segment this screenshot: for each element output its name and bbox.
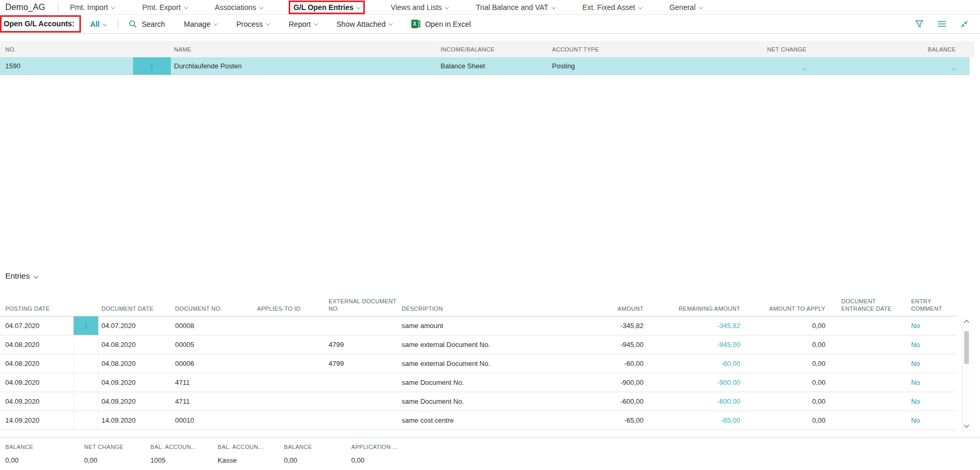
open-in-excel-button[interactable]: X Open in Excel xyxy=(411,19,471,28)
scroll-up-icon[interactable] xyxy=(964,320,969,325)
account-row-selected[interactable]: 1590 ⋮ Durchlaufende Posten Balance Shee… xyxy=(0,57,969,75)
column-header-no[interactable]: NO. xyxy=(5,46,133,53)
process-menu[interactable]: Process xyxy=(236,20,270,28)
row-handle[interactable]: ⋮ xyxy=(133,57,171,75)
ellipsis-icon: ⋮ xyxy=(83,322,89,329)
amount-to-apply-cell: 0,00 xyxy=(740,397,825,405)
remaining-amount-link[interactable]: -60,00 xyxy=(644,360,740,367)
chevron-down-icon xyxy=(111,5,115,9)
column-header-name[interactable]: NAME xyxy=(171,46,441,53)
nav-item-pmt-export[interactable]: Pmt. Export xyxy=(142,3,187,12)
entries-section-toggle[interactable]: Entries xyxy=(5,271,38,280)
entry-comment-link[interactable]: No xyxy=(907,341,952,349)
entry-comment-link[interactable]: No xyxy=(907,360,952,367)
column-header-posting-date[interactable]: POSTING DATE xyxy=(5,305,74,312)
remaining-amount-link[interactable]: -65,00 xyxy=(644,416,740,424)
column-header-external-document-no[interactable]: EXTERNAL DOCUMENT NO. xyxy=(328,298,401,312)
chevron-down-icon xyxy=(314,21,318,25)
row-handle[interactable] xyxy=(74,354,98,373)
nav-item-ext-fixed-asset[interactable]: Ext. Fixed Asset xyxy=(583,3,642,12)
entry-row[interactable]: 04.09.2020 04.09.2020 4711 same Document… xyxy=(0,373,957,392)
choose-view-button[interactable] xyxy=(937,20,946,28)
column-header-amount-to-apply[interactable]: AMOUNT TO APPLY xyxy=(740,305,825,312)
entry-row[interactable]: 04.07.2020 ⋮ 04.07.2020 00008 same amoun… xyxy=(0,316,957,335)
column-header-remaining-amount[interactable]: REMAINING AMOUNT xyxy=(644,305,740,312)
scrollbar-thumb[interactable] xyxy=(964,331,969,364)
column-header-account-type[interactable]: ACCOUNT TYPE xyxy=(552,46,683,53)
remaining-amount-link[interactable]: -345,82 xyxy=(644,322,740,330)
annotation-highlight: Open G/L Accounts: xyxy=(0,15,81,33)
document-date-cell: 04.08.2020 xyxy=(98,341,172,349)
column-header-document-date[interactable]: DOCUMENT DATE xyxy=(98,305,172,312)
page-caption: Open G/L Accounts: xyxy=(4,19,75,28)
manage-menu[interactable]: Manage xyxy=(184,20,218,28)
total-value: 0,00 xyxy=(84,456,150,464)
total-label: BALANCE xyxy=(284,444,351,450)
column-header-entry-comment[interactable]: ENTRY COMMENT xyxy=(907,298,952,312)
posting-date-cell: 04.07.2020 xyxy=(5,322,74,330)
nav-item-trial-balance-vat[interactable]: Trial Balance and VAT xyxy=(476,3,555,12)
total-net-change: NET CHANGE 0,00 xyxy=(84,438,150,470)
remaining-amount-link[interactable]: -945,00 xyxy=(644,341,740,349)
column-header-balance[interactable]: BALANCE xyxy=(814,46,969,53)
show-attached-menu[interactable]: Show Attached xyxy=(336,20,392,28)
document-date-cell: 04.09.2020 xyxy=(98,397,172,405)
nav-menu: Pmt. Import Pmt. Export Associations G/L… xyxy=(70,2,702,13)
balance-link[interactable]: _ xyxy=(952,62,956,70)
amount-cell: -900,00 xyxy=(558,379,644,386)
chevron-down-icon xyxy=(356,5,361,9)
amount-to-apply-cell: 0,00 xyxy=(740,379,825,386)
collapse-button[interactable] xyxy=(960,20,968,28)
entry-comment-link[interactable]: No xyxy=(907,379,952,386)
document-date-cell: 14.09.2020 xyxy=(98,416,172,424)
column-header-net-change[interactable]: NET CHANGE xyxy=(683,46,814,53)
entry-row[interactable]: 14.09.2020 14.09.2020 00010 same cost ce… xyxy=(0,411,957,430)
chevron-down-icon xyxy=(552,5,556,9)
command-bar: Open G/L Accounts: All Search Manage Pro… xyxy=(0,15,980,34)
chevron-down-icon xyxy=(266,21,270,25)
remaining-amount-link[interactable]: -900,00 xyxy=(644,379,740,386)
row-handle[interactable]: ⋮ xyxy=(74,316,98,335)
search-button[interactable]: Search xyxy=(129,20,165,28)
amount-cell: -600,00 xyxy=(558,397,644,405)
total-label: BAL. ACCOUN... xyxy=(150,444,218,450)
entry-comment-link[interactable]: No xyxy=(907,397,952,405)
chevron-down-icon xyxy=(389,21,393,25)
nav-item-views-and-lists[interactable]: Views and Lists xyxy=(391,3,448,12)
row-handle[interactable] xyxy=(74,411,98,430)
row-handle[interactable] xyxy=(74,335,98,354)
row-handle[interactable] xyxy=(74,392,98,411)
account-name-cell: Durchlaufende Posten xyxy=(171,62,441,70)
document-no-cell: 00005 xyxy=(172,341,254,349)
column-header-income-balance[interactable]: INCOME/BALANCE xyxy=(441,46,552,53)
nav-item-pmt-import[interactable]: Pmt. Import xyxy=(70,3,115,12)
excel-icon: X xyxy=(411,19,421,28)
total-application: APPLICATION ... 0,00 xyxy=(351,438,435,470)
entry-comment-link[interactable]: No xyxy=(907,416,952,424)
nav-item-gl-open-entries[interactable]: G/L Open Entries xyxy=(290,2,363,13)
scroll-down-icon[interactable] xyxy=(964,423,969,428)
command-divider xyxy=(118,19,118,29)
filter-button[interactable] xyxy=(915,19,924,28)
entry-row[interactable]: 04.08.2020 04.08.2020 00006 4799 same ex… xyxy=(0,354,957,373)
nav-item-associations[interactable]: Associations xyxy=(215,3,263,12)
view-filter-dropdown[interactable]: All xyxy=(90,20,107,28)
entry-row[interactable]: 04.09.2020 04.09.2020 4711 same Document… xyxy=(0,392,957,411)
entries-vertical-scrollbar[interactable] xyxy=(962,318,970,431)
entry-row[interactable]: 04.08.2020 04.08.2020 00005 4799 same ex… xyxy=(0,335,957,354)
nav-item-general[interactable]: General xyxy=(669,3,702,12)
column-header-document-no[interactable]: DOCUMENT NO. xyxy=(172,305,254,312)
column-header-applies-to-id[interactable]: APPLIES-TO ID xyxy=(254,305,328,312)
external-document-no-cell: 4799 xyxy=(328,360,401,367)
column-header-description[interactable]: DESCRIPTION xyxy=(401,305,558,312)
entry-comment-link[interactable]: No xyxy=(907,322,952,330)
chevron-down-icon xyxy=(445,5,449,9)
row-handle[interactable] xyxy=(74,373,98,392)
net-change-link[interactable]: _ xyxy=(803,62,807,70)
amount-cell: -65,00 xyxy=(558,416,644,424)
column-header-document-entrance-date[interactable]: DOCUMENT ENTRANCE DATE xyxy=(825,298,907,312)
column-header-amount[interactable]: AMOUNT xyxy=(558,305,644,312)
report-menu[interactable]: Report xyxy=(289,20,318,28)
remaining-amount-link[interactable]: -600,00 xyxy=(644,397,740,405)
total-label: BAL. ACCOUN... xyxy=(218,444,284,450)
